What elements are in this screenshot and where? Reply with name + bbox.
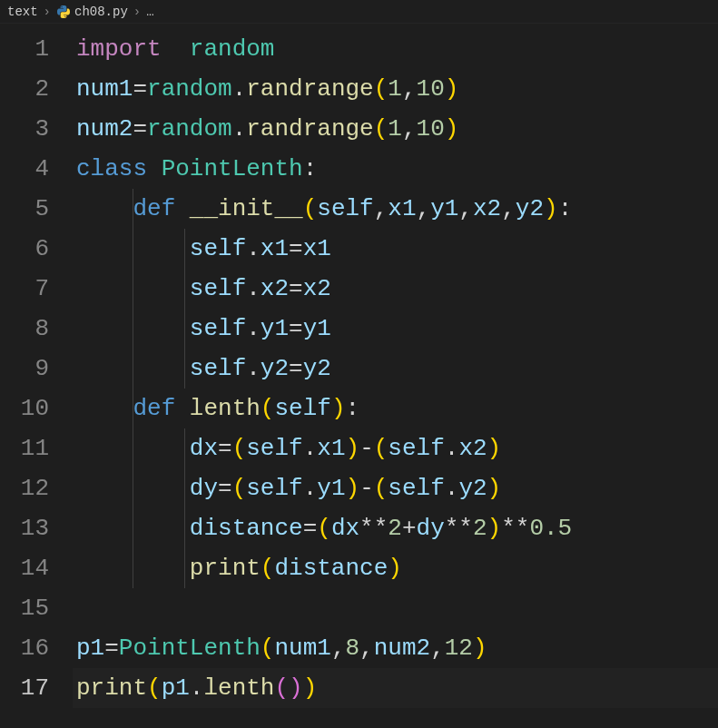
breadcrumb-bar: text › ch08.py › … [0, 0, 718, 24]
chevron-right-icon: › [44, 5, 51, 19]
code-line[interactable]: num1=random.randrange(1,10) [73, 69, 718, 109]
line-number[interactable]: 1 [0, 29, 49, 69]
line-number[interactable]: 15 [0, 588, 49, 628]
code-line[interactable]: p1=PointLenth(num1,8,num2,12) [73, 628, 718, 668]
line-number[interactable]: 4 [0, 149, 49, 189]
function-name: lenth [190, 395, 261, 422]
code-area[interactable]: import random num1=random.randrange(1,10… [73, 29, 718, 728]
keyword: def [133, 395, 175, 422]
editor[interactable]: 1 2 3 4 5 6 7 8 9 10 11 12 13 14 15 16 1… [0, 24, 718, 728]
line-number[interactable]: 8 [0, 309, 49, 349]
line-number[interactable]: 14 [0, 548, 49, 588]
code-line[interactable]: self.x2=x2 [73, 269, 718, 309]
line-number[interactable]: 12 [0, 468, 49, 508]
code-line[interactable]: num2=random.randrange(1,10) [73, 109, 718, 149]
breadcrumb-file[interactable]: ch08.py [56, 5, 128, 19]
class-name: PointLenth [162, 155, 303, 182]
code-line[interactable]: def __init__(self,x1,y1,x2,y2): [73, 189, 718, 229]
code-line[interactable] [73, 588, 718, 628]
code-line[interactable]: distance=(dx**2+dy**2)**0.5 [73, 508, 718, 548]
code-line[interactable]: dy=(self.y1)-(self.y2) [73, 468, 718, 508]
line-number[interactable]: 11 [0, 428, 49, 468]
code-line[interactable]: class PointLenth: [73, 149, 718, 189]
line-number[interactable]: 10 [0, 389, 49, 428]
keyword: def [133, 195, 175, 222]
python-file-icon [56, 5, 71, 19]
breadcrumb-folder-label: text [7, 5, 38, 19]
code-line[interactable]: self.y2=y2 [73, 349, 718, 389]
keyword: class [76, 155, 147, 182]
code-line[interactable]: import random [73, 29, 718, 69]
breadcrumb-symbol-label: … [146, 5, 153, 19]
code-line[interactable]: print(p1.lenth()) [73, 668, 718, 708]
breadcrumb-folder[interactable]: text [7, 5, 38, 19]
line-number[interactable]: 6 [0, 229, 49, 269]
code-line[interactable]: dx=(self.x1)-(self.x2) [73, 428, 718, 468]
line-number[interactable]: 9 [0, 349, 49, 389]
variable: num1 [76, 75, 133, 103]
code-line[interactable]: def lenth(self): [73, 389, 718, 428]
chevron-right-icon: › [133, 5, 141, 19]
module: random [190, 35, 275, 63]
line-number[interactable]: 17 [0, 668, 49, 708]
code-line[interactable]: self.y1=y1 [73, 309, 718, 349]
line-number[interactable]: 13 [0, 508, 49, 548]
line-number-gutter: 1 2 3 4 5 6 7 8 9 10 11 12 13 14 15 16 1… [0, 29, 73, 728]
code-line[interactable]: print(distance) [73, 548, 718, 588]
line-number[interactable]: 5 [0, 189, 49, 229]
code-line[interactable]: self.x1=x1 [73, 229, 718, 269]
line-number[interactable]: 7 [0, 269, 49, 309]
function-name: __init__ [190, 195, 303, 222]
breadcrumb-file-label: ch08.py [74, 5, 128, 19]
line-number[interactable]: 3 [0, 109, 49, 149]
line-number[interactable]: 2 [0, 69, 49, 109]
breadcrumb-symbol[interactable]: … [146, 5, 153, 19]
keyword: import [76, 35, 162, 63]
variable: num2 [76, 115, 133, 143]
line-number[interactable]: 16 [0, 628, 49, 668]
